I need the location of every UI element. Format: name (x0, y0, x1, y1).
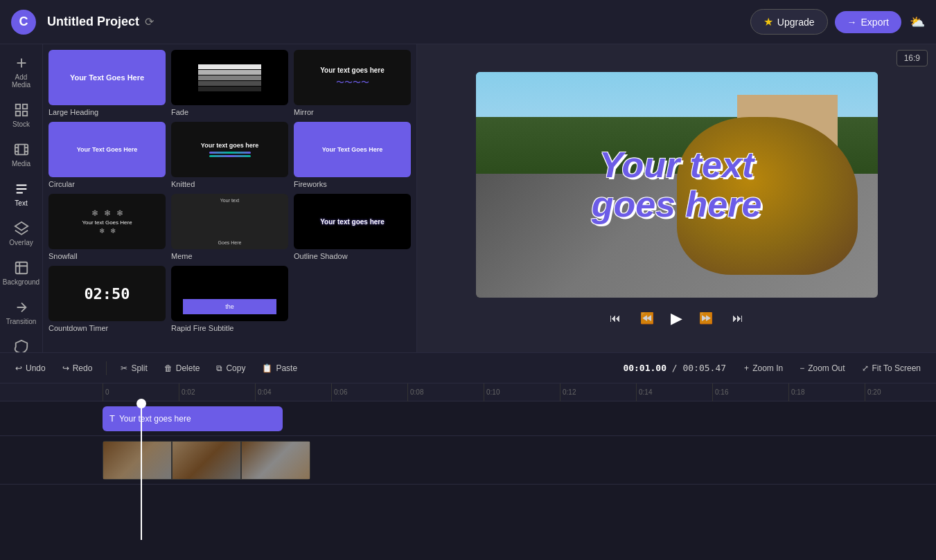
timeline-area[interactable]: 0 0:02 0:04 0:06 0:08 0:10 0:12 0:14 0:1… (0, 383, 936, 560)
ruler-mark-8: 0:16 (712, 383, 788, 401)
preset-meme[interactable]: Your text Goes Here Meme (171, 194, 288, 260)
fast-forward-button[interactable]: ⏩ (696, 309, 716, 327)
sidebar-item-transition[interactable]: Transition (3, 294, 40, 331)
preset-thumb-large-heading[interactable]: Your Text Goes Here (48, 50, 166, 105)
zoom-controls: + Zoom In − Zoom Out ⤢ Fit To Screen (737, 360, 928, 377)
svg-rect-14 (15, 262, 27, 274)
copy-button[interactable]: ⧉ Copy (209, 360, 252, 377)
preset-label-mirror: Mirror (294, 108, 411, 116)
preset-thumb-countdown[interactable]: 02:50 (48, 266, 166, 321)
ruler-marks: 0 0:02 0:04 0:06 0:08 0:10 0:12 0:14 0:1… (103, 383, 936, 401)
sidebar-label-overlay: Overlay (9, 239, 33, 246)
transition-icon (14, 300, 29, 315)
preset-circular[interactable]: Your Text Goes Here Circular (48, 122, 166, 188)
text-clip-icon: T (109, 413, 115, 424)
arrow-icon: → (847, 17, 857, 28)
time-display: 00:01.00 / 00:05.47 (623, 363, 726, 373)
redo-button[interactable]: ↪ Redo (55, 360, 100, 377)
svg-marker-13 (15, 222, 27, 231)
preset-snowfall[interactable]: ❄❄❄ Your text Goes Here ❄❄ Snowfall (48, 194, 166, 260)
video-preview: Your text goes here (476, 72, 878, 298)
svg-rect-2 (15, 105, 19, 109)
preset-thumb-fade[interactable]: SALE • SALE • SALE • SALE SALE • SALE • … (171, 50, 288, 105)
app-logo: C (11, 10, 36, 35)
sidebar-item-background[interactable]: Background (3, 255, 40, 291)
sidebar-item-overlay[interactable]: Overlay (3, 215, 40, 252)
playhead-marker (136, 399, 146, 408)
text-icon (14, 181, 29, 197)
sidebar-label-stock: Stock (12, 120, 30, 128)
text-clip-label: Your text goes here (119, 414, 191, 424)
sidebar-item-text[interactable]: Text (3, 176, 40, 213)
timeline-playhead[interactable] (141, 401, 142, 540)
skip-to-start-button[interactable]: ⏮ (607, 309, 624, 327)
sidebar-label-background: Background (3, 278, 39, 286)
play-pause-button[interactable]: ▶ (671, 309, 682, 327)
preview-top-bar: 16:9 (417, 44, 936, 72)
rewind-button[interactable]: ⏪ (637, 309, 657, 327)
ruler-mark-3: 0:06 (331, 383, 407, 401)
upgrade-button[interactable]: ★ Upgrade (750, 9, 828, 35)
preset-label-rapid: Rapid Fire Subtitle (171, 324, 288, 332)
zoom-out-button[interactable]: − Zoom Out (793, 360, 851, 377)
delete-button[interactable]: 🗑 Delete (157, 360, 207, 377)
preset-thumb-fireworks[interactable]: Your Text Goes Here (294, 122, 411, 177)
preset-thumb-rapid[interactable]: the (171, 266, 288, 321)
preset-thumb-circular[interactable]: Your Text Goes Here (48, 122, 166, 177)
sidebar-item-logo[interactable]: Logo (3, 334, 40, 352)
top-bar: C Untitled Project ⟳ ★ Upgrade → Export … (0, 0, 936, 44)
film-icon (14, 142, 29, 157)
preset-outline-shadow[interactable]: Your text goes here Outline Shadow (294, 194, 411, 260)
video-clip[interactable] (103, 441, 310, 480)
preset-mirror[interactable]: Your text goes here 〜〜〜〜 Mirror (294, 50, 411, 116)
rapid-bar: the (183, 299, 276, 314)
preset-fade[interactable]: SALE • SALE • SALE • SALE SALE • SALE • … (171, 50, 288, 116)
sidebar-label-transition: Transition (6, 318, 37, 325)
split-button[interactable]: ✂ Split (114, 360, 154, 377)
preset-knitted[interactable]: Your text goes here Knitted (171, 122, 288, 188)
time-separator: / (672, 363, 683, 373)
video-thumb-strip (103, 441, 310, 480)
paste-button[interactable]: 📋 Paste (255, 360, 304, 377)
sidebar-item-stock[interactable]: Stock (3, 97, 40, 134)
preset-thumb-knitted[interactable]: Your text goes here (171, 122, 288, 177)
text-track-content: T Your text goes here (103, 401, 936, 435)
total-time: 00:05.47 (682, 363, 726, 373)
skip-to-end-button[interactable]: ⏭ (730, 309, 746, 327)
preset-rapid-fire[interactable]: the Rapid Fire Subtitle (171, 266, 288, 332)
project-title[interactable]: Untitled Project (47, 15, 139, 29)
export-button[interactable]: → Export (835, 11, 901, 33)
sidebar-label-add-media: Add Media (6, 73, 37, 89)
video-track-content (103, 436, 936, 484)
preset-thumb-meme[interactable]: Your text Goes Here (171, 194, 288, 249)
undo-button[interactable]: ↩ Undo (8, 360, 53, 377)
preset-thumb-mirror[interactable]: Your text goes here 〜〜〜〜 (294, 50, 411, 105)
preview-area: 16:9 Your text goes here ⏮ ⏪ ▶ (417, 44, 936, 352)
preset-fireworks[interactable]: Your Text Goes Here Fireworks (294, 122, 411, 188)
preset-thumb-snowfall[interactable]: ❄❄❄ Your text Goes Here ❄❄ (48, 194, 166, 249)
wave-icon: 〜〜〜〜 (336, 77, 369, 89)
fit-to-screen-button[interactable]: ⤢ Fit To Screen (855, 360, 928, 377)
preset-label-circular: Circular (48, 180, 166, 188)
fit-icon: ⤢ (862, 363, 869, 373)
sync-icon: ⟳ (145, 15, 154, 28)
preset-label-snowfall: Snowfall (48, 252, 166, 260)
ruler-mark-5: 0:10 (484, 383, 560, 401)
preset-label-countdown: Countdown Timer (48, 324, 166, 332)
ruler-mark-1: 0:02 (179, 383, 255, 401)
large-heading-text: Your Text Goes Here (70, 73, 144, 82)
preset-large-heading[interactable]: Your Text Goes Here Large Heading (48, 50, 166, 116)
sidebar-item-media[interactable]: Media (3, 136, 40, 173)
zoom-in-button[interactable]: + Zoom In (737, 360, 790, 377)
text-clip[interactable]: T Your text goes here (103, 406, 283, 431)
timeline-toolbar: ↩ Undo ↪ Redo ✂ Split 🗑 Delete ⧉ Copy 📋 … (0, 353, 936, 383)
undo-icon: ↩ (15, 363, 22, 373)
ruler-mark-7: 0:14 (636, 383, 712, 401)
sidebar-item-add-media[interactable]: Add Media (3, 50, 40, 94)
ruler-mark-10: 0:20 (865, 383, 936, 401)
preset-thumb-outline[interactable]: Your text goes here (294, 194, 411, 249)
preset-countdown[interactable]: 02:50 Countdown Timer (48, 266, 166, 332)
svg-rect-5 (22, 111, 26, 116)
zoom-out-icon: − (800, 363, 804, 373)
video-frame-3 (241, 441, 310, 480)
